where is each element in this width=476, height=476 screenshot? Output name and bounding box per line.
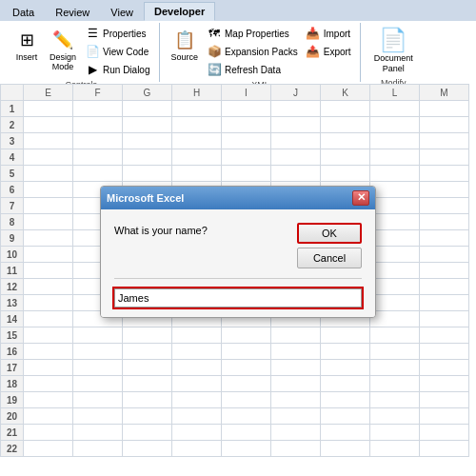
cell-1-4[interactable] [222, 101, 271, 117]
cell-15-6[interactable] [321, 327, 370, 344]
cell-5-6[interactable] [321, 166, 370, 182]
cell-19-8[interactable] [420, 392, 469, 408]
col-header-g[interactable]: G [123, 85, 172, 101]
cell-17-5[interactable] [271, 360, 321, 376]
cell-1-8[interactable] [420, 101, 469, 117]
map-properties-button[interactable]: 🗺 Map Properties [204, 25, 301, 42]
cell-1-0[interactable] [24, 101, 73, 117]
cell-4-2[interactable] [123, 149, 172, 166]
cell-14-7[interactable] [370, 311, 420, 327]
cell-15-5[interactable] [271, 327, 321, 344]
dialog-cancel-button[interactable]: Cancel [297, 248, 362, 268]
cell-20-7[interactable] [370, 408, 420, 425]
cell-4-7[interactable] [370, 149, 420, 166]
cell-11-0[interactable] [24, 263, 73, 279]
cell-6-8[interactable] [420, 182, 469, 198]
dialog-ok-button[interactable]: OK [297, 223, 362, 244]
dialog-name-input[interactable] [114, 288, 362, 307]
cell-1-1[interactable] [73, 101, 123, 117]
cell-19-1[interactable] [73, 392, 123, 408]
tab-data[interactable]: Data [2, 2, 45, 21]
cell-5-2[interactable] [123, 166, 172, 182]
cell-16-2[interactable] [123, 344, 172, 360]
tab-view[interactable]: View [100, 2, 144, 21]
cell-22-1[interactable] [73, 441, 123, 457]
cell-16-6[interactable] [321, 344, 370, 360]
cell-7-8[interactable] [420, 198, 469, 214]
cell-3-5[interactable] [271, 133, 321, 149]
refresh-data-button[interactable]: 🔄 Refresh Data [204, 61, 301, 78]
cell-2-4[interactable] [222, 117, 271, 133]
cell-16-4[interactable] [222, 344, 271, 360]
cell-2-8[interactable] [420, 117, 469, 133]
col-header-i[interactable]: I [222, 85, 271, 101]
cell-5-8[interactable] [420, 166, 469, 182]
cell-18-8[interactable] [420, 376, 469, 392]
cell-6-0[interactable] [24, 182, 73, 198]
cell-1-5[interactable] [271, 101, 321, 117]
cell-16-5[interactable] [271, 344, 321, 360]
cell-18-4[interactable] [222, 376, 271, 392]
cell-9-8[interactable] [420, 230, 469, 247]
col-header-j[interactable]: J [271, 85, 321, 101]
cell-7-0[interactable] [24, 198, 73, 214]
cell-16-7[interactable] [370, 344, 420, 360]
cell-20-6[interactable] [321, 408, 370, 425]
cell-9-0[interactable] [24, 230, 73, 247]
cell-13-8[interactable] [420, 295, 469, 311]
cell-12-8[interactable] [420, 279, 469, 295]
cell-16-8[interactable] [420, 344, 469, 360]
cell-21-4[interactable] [222, 425, 271, 441]
cell-5-0[interactable] [24, 166, 73, 182]
cell-21-1[interactable] [73, 425, 123, 441]
cell-19-2[interactable] [123, 392, 172, 408]
cell-22-2[interactable] [123, 441, 172, 457]
import-button[interactable]: 📥 Import [303, 25, 354, 42]
cell-4-4[interactable] [222, 149, 271, 166]
cell-19-7[interactable] [370, 392, 420, 408]
cell-18-7[interactable] [370, 376, 420, 392]
cell-5-5[interactable] [271, 166, 321, 182]
tab-review[interactable]: Review [45, 2, 100, 21]
cell-20-4[interactable] [222, 408, 271, 425]
cell-19-3[interactable] [172, 392, 222, 408]
cell-20-0[interactable] [24, 408, 73, 425]
cell-22-7[interactable] [370, 441, 420, 457]
cell-17-8[interactable] [420, 360, 469, 376]
source-button[interactable]: 📋 Source [168, 25, 203, 65]
cell-4-1[interactable] [73, 149, 123, 166]
cell-15-2[interactable] [123, 327, 172, 344]
cell-21-6[interactable] [321, 425, 370, 441]
cell-15-0[interactable] [24, 327, 73, 344]
cell-16-0[interactable] [24, 344, 73, 360]
cell-17-4[interactable] [222, 360, 271, 376]
cell-22-3[interactable] [172, 441, 222, 457]
cell-13-0[interactable] [24, 295, 73, 311]
cell-13-7[interactable] [370, 295, 420, 311]
cell-17-3[interactable] [172, 360, 222, 376]
col-header-l[interactable]: L [370, 85, 420, 101]
cell-19-4[interactable] [222, 392, 271, 408]
cell-3-0[interactable] [24, 133, 73, 149]
cell-18-2[interactable] [123, 376, 172, 392]
cell-18-3[interactable] [172, 376, 222, 392]
cell-2-2[interactable] [123, 117, 172, 133]
cell-8-0[interactable] [24, 214, 73, 230]
cell-19-0[interactable] [24, 392, 73, 408]
cell-21-2[interactable] [123, 425, 172, 441]
view-code-button[interactable]: 📄 View Code [82, 43, 152, 60]
cell-22-8[interactable] [420, 441, 469, 457]
cell-18-0[interactable] [24, 376, 73, 392]
cell-3-3[interactable] [172, 133, 222, 149]
cell-14-0[interactable] [24, 311, 73, 327]
cell-4-6[interactable] [321, 149, 370, 166]
cell-6-7[interactable] [370, 182, 420, 198]
cell-10-7[interactable] [370, 247, 420, 263]
cell-16-1[interactable] [73, 344, 123, 360]
cell-7-7[interactable] [370, 198, 420, 214]
cell-1-2[interactable] [123, 101, 172, 117]
col-header-e[interactable]: E [24, 85, 73, 101]
cell-19-6[interactable] [321, 392, 370, 408]
cell-21-8[interactable] [420, 425, 469, 441]
cell-10-8[interactable] [420, 247, 469, 263]
